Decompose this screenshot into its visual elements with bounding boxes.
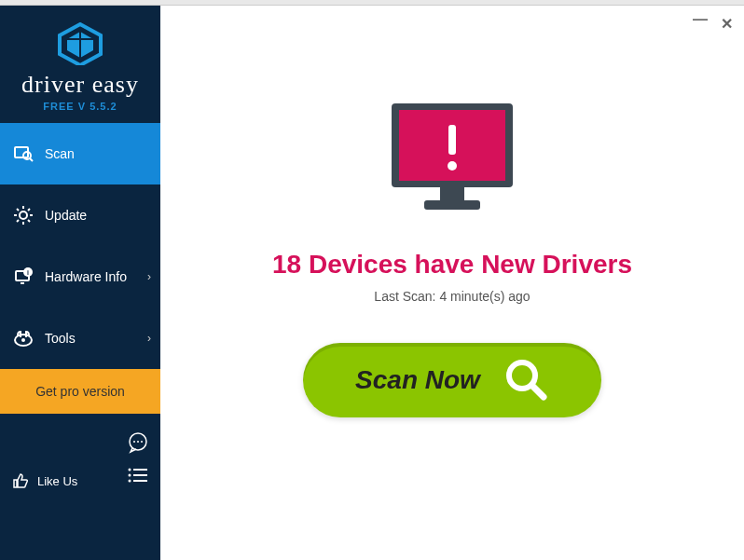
last-scan-text: Last Scan: 4 minute(s) ago: [374, 289, 530, 304]
alert-monitor-icon: [382, 99, 522, 224]
sidebar-item-tools[interactable]: Tools ›: [0, 307, 160, 369]
svg-rect-32: [440, 187, 464, 200]
sidebar-item-label: Scan: [45, 146, 75, 161]
nav: Scan Update: [0, 123, 160, 560]
svg-point-22: [137, 441, 139, 443]
close-button[interactable]: ✕: [721, 15, 733, 33]
svg-point-35: [448, 161, 457, 171]
logo-icon: [56, 22, 104, 69]
app-version: FREE V 5.5.2: [9, 101, 151, 112]
svg-line-13: [28, 209, 30, 211]
get-pro-button[interactable]: Get pro version: [0, 369, 160, 414]
chat-icon[interactable]: [127, 431, 149, 458]
svg-point-26: [129, 474, 131, 477]
chevron-right-icon: ›: [147, 332, 151, 345]
get-pro-label: Get pro version: [35, 384, 125, 399]
bottom-bar: Like Us: [0, 414, 160, 499]
sidebar-item-update[interactable]: Update: [0, 184, 160, 246]
sidebar-item-scan[interactable]: Scan: [0, 123, 160, 184]
scan-now-label: Scan Now: [355, 365, 480, 395]
sidebar-item-label: Update: [45, 208, 87, 223]
svg-line-37: [532, 386, 544, 397]
sidebar-item-hardware-info[interactable]: i Hardware Info ›: [0, 246, 160, 307]
svg-line-10: [17, 209, 19, 211]
gear-icon: [13, 205, 34, 225]
app-name: driver easy: [9, 71, 151, 99]
svg-line-11: [28, 220, 30, 222]
main-panel: — ✕ 18 Devices have New Drivers Last Sca…: [160, 6, 744, 560]
svg-rect-33: [424, 200, 480, 210]
sidebar-item-label: Tools: [45, 331, 76, 346]
svg-rect-34: [448, 125, 456, 155]
app-window: driver easy FREE V 5.5.2 Scan: [0, 6, 744, 560]
svg-point-5: [20, 212, 27, 219]
headline: 18 Devices have New Drivers: [272, 250, 632, 280]
svg-point-28: [129, 480, 131, 483]
hardware-icon: i: [13, 266, 34, 287]
like-us-button[interactable]: Like Us: [11, 471, 77, 490]
sidebar-item-label: Hardware Info: [45, 269, 127, 284]
svg-point-19: [21, 338, 25, 342]
scan-icon: [13, 143, 34, 164]
svg-text:i: i: [27, 269, 29, 276]
logo-area: driver easy FREE V 5.5.2: [0, 6, 160, 123]
sidebar: driver easy FREE V 5.5.2 Scan: [0, 6, 160, 560]
chevron-right-icon: ›: [147, 270, 151, 283]
svg-point-24: [129, 469, 131, 471]
like-us-label: Like Us: [37, 474, 77, 488]
scan-now-button[interactable]: Scan Now: [303, 343, 601, 417]
tools-icon: [13, 328, 34, 348]
svg-point-23: [141, 441, 143, 443]
svg-line-12: [17, 220, 19, 222]
window-controls: — ✕: [693, 15, 733, 33]
menu-icon[interactable]: [127, 466, 149, 488]
minimize-button[interactable]: —: [693, 11, 708, 29]
thumbs-up-icon: [11, 471, 30, 490]
svg-rect-15: [21, 282, 24, 284]
svg-line-4: [30, 158, 33, 161]
search-icon: [503, 356, 549, 405]
svg-point-21: [133, 441, 135, 443]
